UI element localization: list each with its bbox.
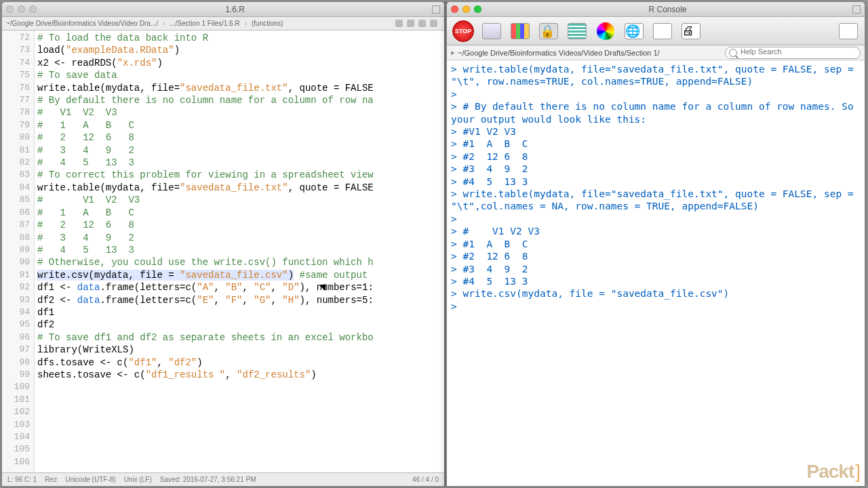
language-mode[interactable]: Rez	[45, 476, 57, 483]
print-button[interactable]: 🖨	[680, 20, 702, 42]
minimize-icon[interactable]	[462, 5, 470, 13]
console-output[interactable]: > write.table(mydata, file="savedata_fil…	[447, 60, 865, 486]
document-proxy-icon[interactable]	[852, 5, 861, 14]
lock-button[interactable]: 🔒	[538, 20, 559, 42]
help-search-field[interactable]	[741, 47, 856, 56]
editor-title: 1.6.R	[43, 5, 427, 14]
cursor-position: L: 96 C: 1	[7, 476, 37, 483]
code-area[interactable]: # To load the data back into Rload("exam…	[35, 30, 444, 472]
path-chevron-icon[interactable]: ▸	[451, 48, 455, 57]
path-segment[interactable]: .../Section 1 Files/1.6.R	[170, 20, 239, 27]
saved-timestamp: Saved: 2016-07-27, 3:56:21 PM	[160, 476, 256, 483]
window-controls	[451, 5, 481, 13]
editor-statusbar: L: 96 C: 1 Rez Unicode (UTF-8) Unix (LF)…	[2, 472, 444, 486]
editor-body: 7273747576777879808182838485868788899091…	[2, 30, 444, 472]
line-ending[interactable]: Unix (LF)	[124, 476, 152, 483]
path-segment[interactable]: ~/Google Drive/Bioinformatics Videos/Vid…	[6, 20, 158, 27]
colors-button[interactable]	[595, 20, 616, 42]
toolbar-icon[interactable]	[418, 20, 426, 27]
stop-button[interactable]: STOP	[452, 20, 474, 42]
zoom-icon[interactable]	[474, 5, 481, 13]
console-titlebar[interactable]: R Console	[447, 2, 865, 17]
editor-window: 1.6.R ~/Google Drive/Bioinformatics Vide…	[1, 1, 445, 487]
close-icon[interactable]	[451, 5, 458, 13]
drawer-button[interactable]	[837, 20, 859, 42]
console-title: R Console	[488, 5, 847, 14]
cran-button[interactable]: 🌐	[623, 20, 645, 42]
selection-info: 46 / 4 / 0	[412, 476, 439, 483]
close-icon[interactable]	[6, 5, 14, 13]
quartz-button[interactable]	[509, 20, 531, 42]
document-proxy-icon[interactable]	[432, 5, 440, 14]
editor-titlebar[interactable]: 1.6.R	[2, 2, 444, 17]
new-doc-button[interactable]	[652, 20, 673, 42]
toolbar-icon[interactable]	[395, 20, 403, 27]
source-button[interactable]	[481, 20, 502, 42]
console-toolbar: STOP 🔒 🌐 🖨	[447, 17, 865, 45]
window-controls	[6, 5, 37, 13]
editor-pathbar[interactable]: ~/Google Drive/Bioinformatics Videos/Vid…	[2, 17, 444, 30]
minimize-icon[interactable]	[18, 5, 25, 13]
console-window: R Console STOP 🔒 🌐 🖨 ▸ ~/Google Drive/Bi…	[446, 1, 865, 487]
working-dir[interactable]: ~/Google Drive/Bioinformatics Videos/Vid…	[458, 49, 660, 57]
history-button[interactable]	[566, 20, 588, 42]
console-pathbar: ▸ ~/Google Drive/Bioinformatics Videos/V…	[447, 45, 865, 60]
packt-watermark: Packt	[807, 461, 861, 483]
toolbar-icon[interactable]	[407, 20, 414, 27]
line-gutter[interactable]: 7273747576777879808182838485868788899091…	[2, 30, 35, 472]
zoom-icon[interactable]	[29, 5, 37, 13]
encoding[interactable]: Unicode (UTF-8)	[65, 476, 115, 483]
help-search-input[interactable]	[725, 47, 861, 59]
path-segment[interactable]: (functions)	[252, 20, 283, 27]
search-icon	[729, 49, 737, 57]
toolbar-icon[interactable]	[430, 20, 437, 27]
